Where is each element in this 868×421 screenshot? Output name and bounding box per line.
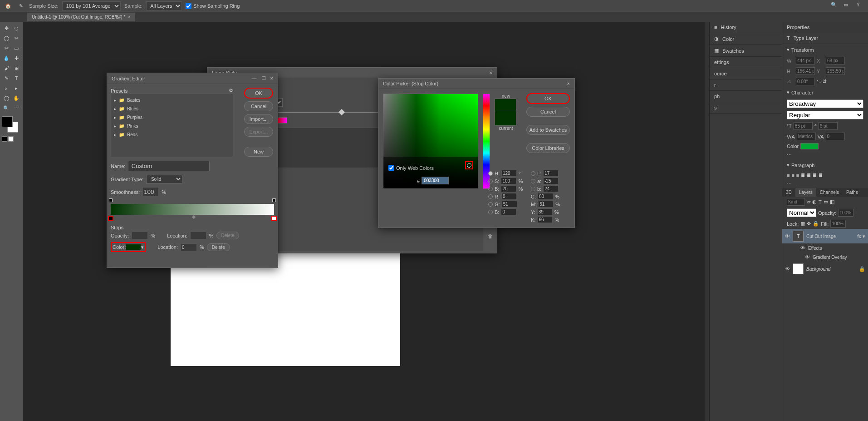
show-sampling-ring-checkbox[interactable]: Show Sampling Ring: [186, 3, 240, 9]
workspace-icon[interactable]: ▭: [843, 2, 852, 10]
cancel-button[interactable]: Cancel: [244, 101, 273, 111]
stop-opacity-input[interactable]: [132, 232, 148, 239]
b-input[interactable]: [501, 185, 516, 192]
eyedropper-icon[interactable]: 💧: [2, 54, 11, 63]
preset-folder[interactable]: ▸📁Blues: [113, 104, 231, 113]
default-colors-icon[interactable]: [2, 136, 7, 142]
gradient-editor-title-bar[interactable]: Gradient Editor — ☐ ×: [107, 73, 278, 84]
close-icon[interactable]: ×: [490, 70, 492, 75]
cancel-button[interactable]: Cancel: [526, 107, 570, 117]
l-radio[interactable]: [531, 171, 535, 176]
export-button[interactable]: Export...: [244, 127, 273, 137]
justify-right-icon[interactable]: ≣: [813, 172, 817, 178]
smoothness-input[interactable]: [142, 187, 159, 197]
font-style-select[interactable]: Regular: [787, 111, 863, 119]
color-stop-right[interactable]: [271, 216, 277, 221]
opacity-stop-left[interactable]: [109, 198, 113, 202]
path-tool-icon[interactable]: ▹: [2, 84, 11, 93]
color-panel-button[interactable]: ◑Color: [710, 33, 782, 45]
hex-input[interactable]: [422, 177, 449, 184]
character-section[interactable]: ▾Character: [782, 87, 868, 98]
source-panel-button[interactable]: ource: [710, 68, 782, 79]
filter-shape-icon[interactable]: ▭: [824, 199, 828, 205]
y-input[interactable]: [826, 67, 845, 75]
w-input[interactable]: [796, 57, 815, 64]
fx-indicator[interactable]: fx ▾: [857, 233, 865, 239]
justify-left-icon[interactable]: ≣: [801, 172, 805, 178]
document-tab[interactable]: Untitled-1 @ 100% (Cut Out Image, RGB/8#…: [27, 13, 135, 21]
pen-tool-icon[interactable]: ✎: [2, 74, 11, 83]
color-stop-left[interactable]: [108, 216, 113, 221]
visibility-icon[interactable]: 👁: [805, 254, 810, 260]
properties-tab[interactable]: Properties: [782, 22, 868, 33]
close-icon[interactable]: ×: [270, 75, 273, 81]
fg-color-swatch[interactable]: [2, 116, 13, 127]
leading-input[interactable]: [819, 122, 838, 130]
align-center-icon[interactable]: ≡: [791, 173, 794, 178]
history-panel-button[interactable]: ≡History: [710, 22, 782, 33]
layer-row-background[interactable]: 👁 Background 🔒: [782, 262, 868, 276]
frame-tool-icon[interactable]: ▭: [12, 44, 21, 53]
s-radio[interactable]: [488, 179, 493, 183]
font-size-input[interactable]: [794, 122, 813, 130]
kerning-input[interactable]: [797, 133, 816, 140]
tab-3d[interactable]: 3D: [782, 188, 795, 197]
minimize-icon[interactable]: —: [252, 75, 257, 81]
color-picker-title-bar[interactable]: Color Picker (Stop Color) ×: [378, 79, 574, 89]
l-input[interactable]: [543, 170, 559, 177]
g-input[interactable]: [502, 201, 517, 208]
a-radio[interactable]: [531, 179, 535, 183]
lock-pixels-icon[interactable]: ▦: [800, 221, 805, 227]
opacity-stop-right[interactable]: [272, 198, 276, 202]
bb-input[interactable]: [501, 208, 516, 215]
filter-adjust-icon[interactable]: ◐: [812, 199, 817, 205]
sampling-ring-check-input[interactable]: [186, 3, 191, 9]
tracking-input[interactable]: [826, 133, 845, 140]
panel-button-ph[interactable]: ph: [710, 91, 782, 102]
swap-colors-icon[interactable]: [8, 136, 14, 142]
delete-color-stop-button[interactable]: Delete: [207, 243, 230, 251]
hand-tool-icon[interactable]: ✋: [12, 94, 21, 103]
share-icon[interactable]: ⇪: [856, 2, 864, 10]
y-input[interactable]: [537, 208, 553, 215]
flip-v-icon[interactable]: ⇵: [823, 79, 827, 84]
preset-folder[interactable]: ▸📁Pinks: [113, 122, 231, 130]
ok-button[interactable]: OK: [244, 88, 273, 99]
midpoint-handle[interactable]: [192, 215, 196, 219]
angle-input[interactable]: [796, 78, 815, 85]
align-right-icon[interactable]: ≡: [796, 173, 799, 178]
justify-all-icon[interactable]: ≣: [819, 172, 823, 178]
panel-button-s[interactable]: s: [710, 102, 782, 114]
r-radio[interactable]: [488, 194, 493, 199]
h-input[interactable]: [501, 170, 517, 177]
font-family-select[interactable]: Broadway: [787, 99, 863, 108]
color-stop-location-input[interactable]: [181, 243, 197, 251]
color-swatches[interactable]: [2, 116, 18, 133]
type-tool-icon[interactable]: T: [12, 74, 21, 83]
web-colors-checkbox[interactable]: [388, 165, 394, 171]
move-tool-icon[interactable]: ✥: [2, 24, 11, 33]
more-para-icon[interactable]: ⋯: [787, 181, 792, 187]
stop-location-input[interactable]: [190, 232, 206, 239]
filter-type-icon[interactable]: T: [819, 199, 822, 205]
tab-channels[interactable]: Channels: [816, 188, 843, 197]
x-input[interactable]: [826, 57, 845, 64]
gradient-type-select[interactable]: Solid: [146, 175, 182, 183]
a-input[interactable]: [543, 178, 559, 184]
settings-panel-button[interactable]: ettings: [710, 57, 782, 68]
heal-tool-icon[interactable]: ✚: [12, 54, 21, 63]
b2-input[interactable]: [543, 185, 559, 192]
layer-row-effects[interactable]: 👁 Effects: [782, 243, 868, 253]
swatches-panel-button[interactable]: ▦Swatches: [710, 45, 782, 57]
bb-radio[interactable]: [488, 210, 493, 214]
b-radio[interactable]: [488, 187, 493, 191]
k-input[interactable]: [537, 216, 553, 223]
layers-opacity-input[interactable]: [838, 209, 853, 217]
blend-mode-select[interactable]: Normal: [787, 208, 816, 217]
close-icon[interactable]: ×: [567, 81, 570, 86]
close-tab-icon[interactable]: ×: [128, 15, 131, 20]
flip-h-icon[interactable]: ⇋: [817, 79, 821, 84]
filter-image-icon[interactable]: ▱: [807, 199, 810, 205]
direct-select-icon[interactable]: ▸: [12, 84, 21, 93]
gradient-name-input[interactable]: [128, 161, 210, 171]
